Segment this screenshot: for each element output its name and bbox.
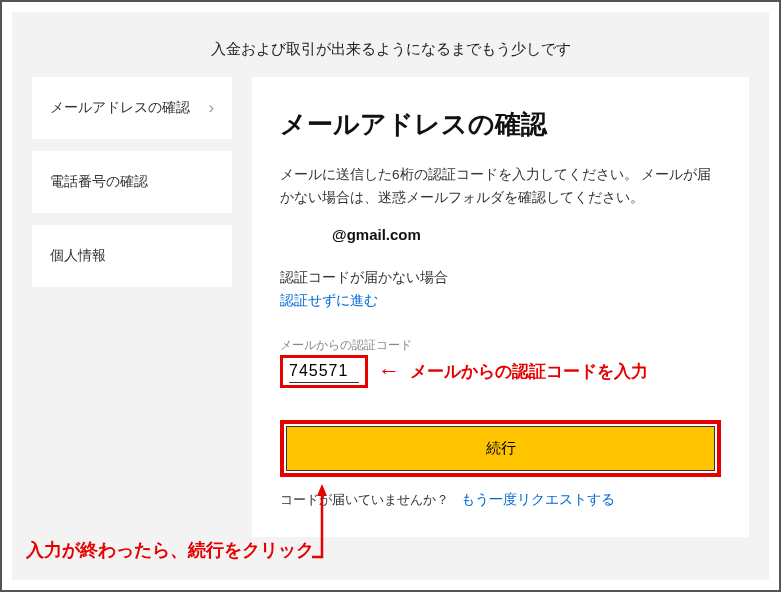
sidebar-item-label: 個人情報 [50,247,106,265]
arrow-left-icon: ← [378,358,400,384]
continue-button[interactable]: 続行 [286,426,715,471]
skip-verification-link[interactable]: 認証せずに進む [280,292,378,310]
sidebar: メールアドレスの確認 › 電話番号の確認 個人情報 [32,77,232,287]
annotation-continue-hint: 入力が終わったら、続行をクリック [26,538,314,562]
email-display: @gmail.com [280,226,721,243]
continue-button-highlight: 続行 [280,420,721,477]
verification-code-input[interactable] [289,360,359,383]
chevron-right-icon: › [209,99,214,117]
sidebar-item-label: 電話番号の確認 [50,173,148,191]
annotation-input-hint: メールからの認証コードを入力 [410,360,648,383]
sidebar-item-label: メールアドレスの確認 [50,99,190,117]
main-panel: メールアドレスの確認 メールに送信した6桁の認証コードを入力してください。 メー… [252,77,749,537]
page-title: メールアドレスの確認 [280,107,721,142]
resend-question: コードが届いていませんか？ [280,492,449,507]
resend-link[interactable]: もう一度リクエストする [461,491,615,509]
sidebar-item-personal-info[interactable]: 個人情報 [32,225,232,287]
top-banner: 入金および取引が出来るようになるまでもう少しです [12,12,769,77]
code-input-highlight [280,355,368,388]
resend-row: コードが届いていませんか？ もう一度リクエストする [280,491,721,509]
sidebar-item-email-verify[interactable]: メールアドレスの確認 › [32,77,232,139]
sidebar-item-phone-verify[interactable]: 電話番号の確認 [32,151,232,213]
no-code-label: 認証コードが届かない場合 [280,269,721,287]
page-description: メールに送信した6桁の認証コードを入力してください。 メールが届かない場合は、迷… [280,164,721,210]
code-field-label: メールからの認証コード [280,338,721,353]
